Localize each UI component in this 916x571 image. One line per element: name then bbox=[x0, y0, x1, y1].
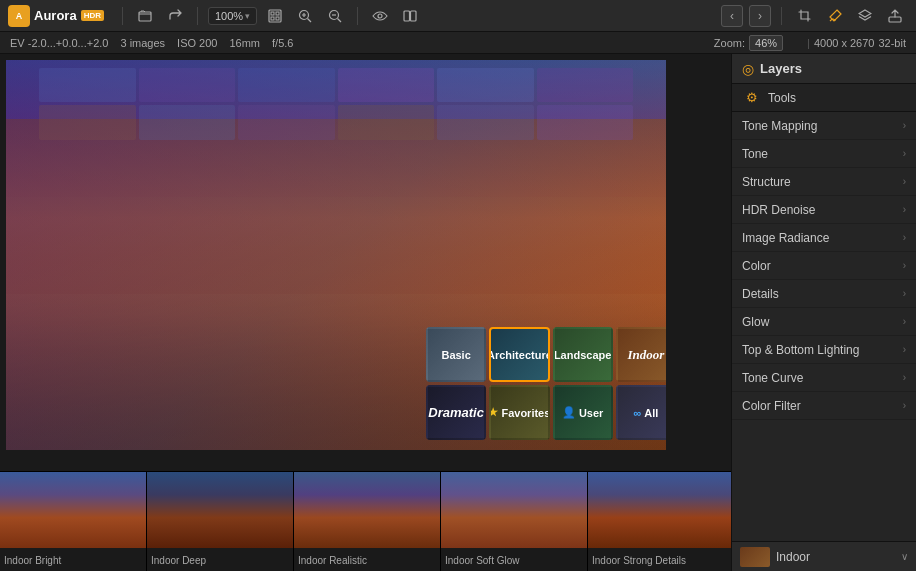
svg-rect-10 bbox=[411, 11, 417, 21]
svg-rect-3 bbox=[276, 12, 279, 15]
svg-rect-11 bbox=[889, 17, 901, 22]
panel-item-glow[interactable]: Glow › bbox=[732, 308, 916, 336]
film-thumb-1 bbox=[147, 472, 293, 548]
panel-arrow-10: › bbox=[903, 400, 906, 411]
svg-rect-2 bbox=[271, 12, 274, 15]
panel-item-top-bottom-lighting[interactable]: Top & Bottom Lighting › bbox=[732, 336, 916, 364]
separator-2 bbox=[197, 7, 198, 25]
panel-arrow-3: › bbox=[903, 204, 906, 215]
film-item-0[interactable]: Indoor Bright bbox=[0, 472, 147, 571]
separator-4 bbox=[781, 7, 782, 25]
star-icon: ★ bbox=[489, 406, 498, 419]
preset-landscape[interactable]: Landscape bbox=[553, 327, 613, 382]
panel-list: Tone Mapping › Tone › Structure › HDR De… bbox=[732, 112, 916, 541]
panel-item-tone-mapping[interactable]: Tone Mapping › bbox=[732, 112, 916, 140]
zoom-in-button[interactable] bbox=[293, 4, 317, 28]
panel-item-image-radiance[interactable]: Image Radiance › bbox=[732, 224, 916, 252]
layers-header-icon: ◎ bbox=[742, 61, 754, 77]
panel-item-hdr-denoise[interactable]: HDR Denoise › bbox=[732, 196, 916, 224]
zoom-display: 100% ▾ bbox=[208, 7, 257, 25]
tools-row: ⚙ Tools bbox=[732, 84, 916, 112]
panel-item-details[interactable]: Details › bbox=[732, 280, 916, 308]
panel-arrow-9: › bbox=[903, 372, 906, 383]
panel-dropdown[interactable]: Indoor ∨ bbox=[732, 541, 916, 571]
preset-indoor[interactable]: Indoor bbox=[616, 327, 666, 382]
filmstrip: Indoor Bright Indoor Deep Indoor Realist… bbox=[0, 471, 731, 571]
tools-label: Tools bbox=[768, 91, 796, 105]
open-button[interactable] bbox=[133, 4, 157, 28]
brush-icon[interactable] bbox=[822, 3, 848, 29]
panel-item-label-0: Tone Mapping bbox=[742, 119, 817, 133]
logo-icon: A bbox=[8, 5, 30, 27]
panel-arrow-0: › bbox=[903, 120, 906, 131]
panel-arrow-7: › bbox=[903, 316, 906, 327]
preset-basic[interactable]: Basic bbox=[426, 327, 486, 382]
film-thumb-0 bbox=[0, 472, 146, 548]
preset-dramatic[interactable]: Dramatic bbox=[426, 385, 486, 440]
film-thumb-2 bbox=[294, 472, 440, 548]
layers-icon-btn[interactable] bbox=[852, 3, 878, 29]
panel-item-label-6: Details bbox=[742, 287, 779, 301]
zoom-fit-button[interactable] bbox=[263, 4, 287, 28]
zoom-out-button[interactable] bbox=[323, 4, 347, 28]
compare-button[interactable] bbox=[398, 4, 422, 28]
zoom-value: 100% bbox=[215, 10, 243, 22]
film-thumb-4 bbox=[588, 472, 731, 548]
film-item-4[interactable]: Indoor Strong Details bbox=[588, 472, 731, 571]
panel-item-label-8: Top & Bottom Lighting bbox=[742, 343, 859, 357]
toolbar-right: ‹ › bbox=[721, 3, 908, 29]
film-item-1[interactable]: Indoor Deep bbox=[147, 472, 294, 571]
back-button[interactable]: ‹ bbox=[721, 5, 743, 27]
focal-info: 16mm bbox=[229, 37, 260, 49]
svg-rect-4 bbox=[271, 17, 274, 20]
panel-item-label-4: Image Radiance bbox=[742, 231, 829, 245]
film-item-3[interactable]: Indoor Soft Glow bbox=[441, 472, 588, 571]
panel-item-tone[interactable]: Tone › bbox=[732, 140, 916, 168]
panel-item-label-10: Color Filter bbox=[742, 399, 801, 413]
zoom-dropdown-icon: ▾ bbox=[245, 11, 250, 21]
forward-button[interactable]: › bbox=[749, 5, 771, 27]
preset-all[interactable]: ∞ All bbox=[616, 385, 666, 440]
settings-tool-icon[interactable]: ⚙ bbox=[742, 88, 762, 108]
right-icons bbox=[792, 3, 908, 29]
svg-point-8 bbox=[378, 14, 382, 18]
infinity-icon: ∞ bbox=[633, 407, 641, 419]
panel-arrow-1: › bbox=[903, 148, 906, 159]
preset-user[interactable]: 👤 User bbox=[553, 385, 613, 440]
ev-info: EV -2.0...+0.0...+2.0 bbox=[10, 37, 108, 49]
zoom-percent: 46% bbox=[749, 35, 783, 51]
film-label-3: Indoor Soft Glow bbox=[441, 548, 587, 571]
separator-1 bbox=[122, 7, 123, 25]
aperture-info: f/5.6 bbox=[272, 37, 293, 49]
dropdown-arrow: ∨ bbox=[901, 551, 908, 562]
user-icon: 👤 bbox=[562, 406, 576, 419]
panel-item-label-9: Tone Curve bbox=[742, 371, 803, 385]
hdr-badge: HDR bbox=[81, 10, 104, 21]
panel-item-tone-curve[interactable]: Tone Curve › bbox=[732, 364, 916, 392]
preset-favorites[interactable]: ★ Favorites bbox=[489, 385, 549, 440]
panel-arrow-5: › bbox=[903, 260, 906, 271]
eye-button[interactable] bbox=[368, 4, 392, 28]
film-label-0: Indoor Bright bbox=[0, 548, 146, 571]
film-thumb-3 bbox=[441, 472, 587, 548]
app-name: Aurora bbox=[34, 8, 77, 23]
dimensions-info: 4000 x 2670 bbox=[814, 37, 875, 49]
info-bar: EV -2.0...+0.0...+2.0 3 images ISO 200 1… bbox=[0, 32, 916, 54]
bit-depth-info: 32-bit bbox=[878, 37, 906, 49]
svg-rect-5 bbox=[276, 17, 279, 20]
film-item-2[interactable]: Indoor Realistic bbox=[294, 472, 441, 571]
preset-architecture[interactable]: Architecture bbox=[489, 327, 549, 382]
images-info: 3 images bbox=[120, 37, 165, 49]
share-button[interactable] bbox=[163, 4, 187, 28]
panel-item-color[interactable]: Color › bbox=[732, 252, 916, 280]
top-toolbar: A Aurora HDR 100% ▾ ‹ › bbox=[0, 0, 916, 32]
film-label-1: Indoor Deep bbox=[147, 548, 293, 571]
film-label-2: Indoor Realistic bbox=[294, 548, 440, 571]
export-icon-btn[interactable] bbox=[882, 3, 908, 29]
panel-item-structure[interactable]: Structure › bbox=[732, 168, 916, 196]
panel-arrow-6: › bbox=[903, 288, 906, 299]
svg-rect-9 bbox=[404, 11, 410, 21]
panel-item-color-filter[interactable]: Color Filter › bbox=[732, 392, 916, 420]
svg-rect-0 bbox=[139, 12, 151, 21]
crop-icon[interactable] bbox=[792, 3, 818, 29]
